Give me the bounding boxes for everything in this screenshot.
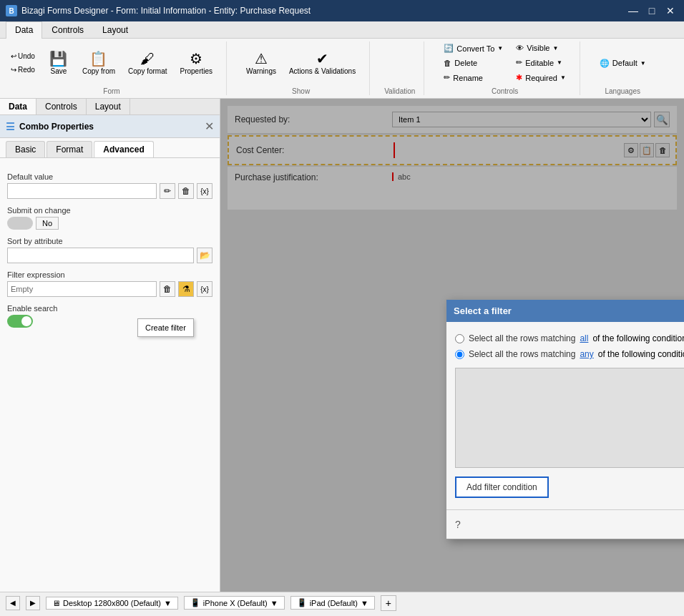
panel-tab-controls[interactable]: Controls bbox=[36, 99, 87, 114]
sort-by-attribute-label: Sort by attribute bbox=[7, 237, 212, 245]
default-value-input[interactable] bbox=[7, 183, 157, 199]
actions-validations-button[interactable]: ✔ Actions & Validations bbox=[284, 48, 361, 79]
title-bar: B Bizagi Forms Designer - Form: Initial … bbox=[0, 0, 684, 21]
desktop-label: Desktop 1280x800 (Default) bbox=[63, 599, 161, 607]
convert-dropdown-icon: ▼ bbox=[497, 45, 503, 52]
sub-tabs: Basic Format Advanced bbox=[0, 138, 220, 158]
default-value-row: ✏ 🗑 {x} bbox=[7, 183, 212, 199]
visible-button[interactable]: 👁 Visible ▼ bbox=[511, 41, 571, 54]
copy-format-button[interactable]: 🖌 Copy format bbox=[123, 48, 172, 79]
expression-filter-button[interactable]: {x} bbox=[197, 281, 212, 297]
main-layout: Data Controls Layout ☰ Combo Properties … bbox=[0, 99, 684, 592]
radio-all-highlight: all bbox=[580, 333, 588, 343]
radio-all[interactable] bbox=[455, 334, 464, 343]
clear-filter-button[interactable]: 🗑 bbox=[160, 281, 175, 297]
ribbon-tab-layout[interactable]: Layout bbox=[93, 21, 137, 38]
ipad-dropdown-icon: ▼ bbox=[361, 599, 368, 607]
iphone-device-selector[interactable]: 📱 iPhone X (Default) ▼ bbox=[184, 596, 285, 610]
ribbon: Data Controls Layout ↩ Undo ↪ Redo 💾 bbox=[0, 21, 684, 99]
add-device-button[interactable]: + bbox=[381, 595, 396, 611]
ribbon-tabs: Data Controls Layout bbox=[0, 21, 684, 39]
required-button[interactable]: ✱ Required ▼ bbox=[511, 71, 571, 84]
required-icon: ✱ bbox=[516, 73, 522, 82]
panel-body: Default value ✏ 🗑 {x} Submit on change N… bbox=[0, 158, 220, 592]
warnings-button[interactable]: ⚠ Warnings bbox=[241, 48, 281, 79]
ribbon-tab-controls[interactable]: Controls bbox=[42, 21, 93, 38]
ribbon-group-languages: 🌐 Default ▼ Languages bbox=[595, 41, 660, 95]
edit-default-value-button[interactable]: ✏ bbox=[160, 183, 175, 199]
add-filter-condition-button[interactable]: Add filter condition bbox=[455, 476, 549, 498]
iphone-icon: 📱 bbox=[190, 598, 200, 607]
ipad-device-selector[interactable]: 📱 iPad (Default) ▼ bbox=[290, 596, 375, 610]
undo-button[interactable]: ↩ Undo bbox=[6, 50, 40, 62]
enable-search-label: Enable search bbox=[7, 304, 212, 313]
left-panel: Data Controls Layout ☰ Combo Properties … bbox=[0, 99, 220, 592]
sort-by-attribute-input[interactable] bbox=[7, 248, 194, 263]
minimize-button[interactable]: — bbox=[625, 3, 641, 19]
save-button[interactable]: 💾 Save bbox=[43, 48, 74, 79]
ribbon-group-form-label: Form bbox=[103, 87, 119, 95]
radio-all-text-after: of the following conditions bbox=[592, 333, 684, 343]
ribbon-tab-data[interactable]: Data bbox=[6, 21, 42, 39]
modal-title: Select a filter bbox=[454, 305, 512, 316]
help-icon[interactable]: ? bbox=[455, 519, 461, 530]
no-button[interactable]: No bbox=[36, 217, 59, 230]
radio-all-row: Select all the rows matching all of the … bbox=[455, 331, 684, 346]
create-filter-label[interactable]: Create filter bbox=[145, 323, 186, 332]
convert-icon: 🔄 bbox=[444, 44, 454, 53]
panel-close-button[interactable]: ✕ bbox=[205, 119, 214, 133]
ribbon-group-validation-label: Validation bbox=[384, 87, 415, 95]
ribbon-group-form: ↩ Undo ↪ Redo 💾 Save 📋 Copy from bbox=[6, 41, 227, 95]
prev-device-button[interactable]: ◀ bbox=[6, 596, 20, 610]
visible-dropdown-icon: ▼ bbox=[552, 45, 558, 52]
subtab-basic[interactable]: Basic bbox=[6, 141, 45, 157]
ribbon-group-controls: 🔄 Convert To ▼ 🗑 Delete ✏ Rename bbox=[439, 41, 580, 95]
ribbon-content: ↩ Undo ↪ Redo 💾 Save 📋 Copy from bbox=[0, 39, 684, 98]
combo-icon: ☰ bbox=[6, 121, 15, 132]
convert-to-button[interactable]: 🔄 Convert To ▼ bbox=[439, 41, 508, 55]
default-value-label: Default value bbox=[7, 172, 212, 181]
delete-button[interactable]: 🗑 Delete bbox=[439, 57, 508, 69]
rename-button[interactable]: ✏ Rename bbox=[439, 71, 508, 84]
ribbon-group-show-label: Show bbox=[292, 87, 310, 95]
language-dropdown-icon: ▼ bbox=[640, 60, 646, 67]
subtab-format[interactable]: Format bbox=[47, 141, 92, 157]
visible-icon: 👁 bbox=[516, 44, 524, 52]
ipad-label: iPad (Default) bbox=[310, 599, 358, 607]
properties-button[interactable]: ⚙ Properties bbox=[175, 48, 218, 79]
filter-button[interactable]: ⚗ bbox=[178, 281, 194, 297]
panel-tab-data[interactable]: Data bbox=[0, 99, 36, 114]
panel-tab-layout[interactable]: Layout bbox=[87, 99, 130, 114]
enable-search-toggle[interactable] bbox=[7, 315, 33, 328]
maximize-button[interactable]: □ bbox=[644, 3, 660, 19]
radio-any[interactable] bbox=[455, 350, 464, 359]
sort-by-attribute-row: 📂 bbox=[7, 248, 212, 263]
submit-on-change-row: No bbox=[7, 217, 212, 230]
warnings-icon: ⚠ bbox=[255, 52, 268, 66]
close-window-button[interactable]: ✕ bbox=[663, 3, 678, 19]
expression-default-value-button[interactable]: {x} bbox=[197, 183, 212, 199]
iphone-dropdown-icon: ▼ bbox=[270, 599, 278, 607]
submit-toggle[interactable] bbox=[7, 217, 33, 230]
next-device-button[interactable]: ▶ bbox=[26, 596, 40, 610]
delete-icon: 🗑 bbox=[444, 59, 451, 67]
redo-button[interactable]: ↪ Redo bbox=[6, 64, 40, 76]
redo-icon: ↪ bbox=[11, 66, 16, 74]
default-language-button[interactable]: 🌐 Default ▼ bbox=[595, 57, 651, 70]
ipad-icon: 📱 bbox=[297, 598, 307, 607]
properties-icon: ⚙ bbox=[190, 52, 202, 66]
rename-icon: ✏ bbox=[444, 73, 450, 82]
subtab-advanced[interactable]: Advanced bbox=[94, 141, 153, 157]
copy-from-icon: 📋 bbox=[89, 52, 107, 66]
copy-from-button[interactable]: 📋 Copy from bbox=[77, 48, 120, 79]
radio-any-highlight: any bbox=[580, 349, 593, 359]
right-panel: Requested by: Item 1 🔍 Cost Center: ⚙ 📋 … bbox=[220, 99, 684, 592]
radio-any-row: Select all the rows matching any of the … bbox=[455, 346, 684, 362]
editable-button[interactable]: ✏ Editable ▼ bbox=[511, 56, 571, 69]
filter-empty-button[interactable]: Empty bbox=[7, 281, 157, 297]
clear-default-value-button[interactable]: 🗑 bbox=[178, 183, 194, 199]
sort-browse-button[interactable]: 📂 bbox=[197, 248, 212, 263]
desktop-device-selector[interactable]: 🖥 Desktop 1280x800 (Default) ▼ bbox=[46, 597, 178, 610]
panel-tabs: Data Controls Layout bbox=[0, 99, 220, 115]
submit-on-change-label: Submit on change bbox=[7, 206, 212, 215]
